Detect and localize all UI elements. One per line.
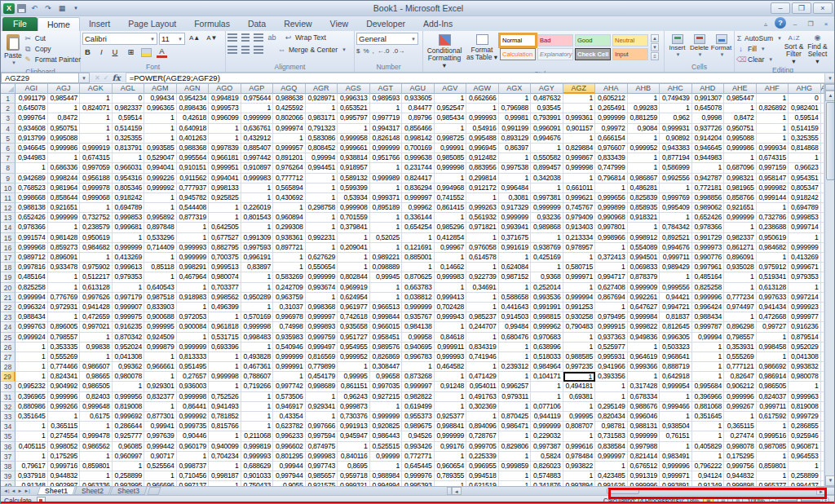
cell[interactable]: 1 bbox=[402, 233, 435, 243]
cell[interactable]: 1 bbox=[144, 352, 177, 362]
sheet-nav-buttons[interactable]: ◄| ◄ ► ►| bbox=[1, 487, 38, 495]
cell[interactable]: 0,640543 bbox=[144, 283, 177, 293]
cell[interactable]: 0,999907 bbox=[113, 303, 145, 312]
cell[interactable]: 0,175295 bbox=[724, 452, 757, 462]
row-header-16[interactable]: 16 bbox=[1, 243, 15, 253]
cell[interactable]: 1 bbox=[144, 124, 177, 134]
cell[interactable]: 0,99727 bbox=[757, 322, 789, 332]
number-format-select[interactable]: General▼ bbox=[356, 33, 418, 45]
cell[interactable]: 0,998815 bbox=[531, 312, 563, 322]
cell[interactable]: 1 bbox=[48, 272, 81, 282]
cell[interactable]: 0,550582 bbox=[531, 153, 563, 163]
cell[interactable]: 0,873268 bbox=[402, 372, 435, 382]
cell[interactable]: 0,94421 bbox=[660, 293, 692, 303]
cell[interactable]: 0,997801 bbox=[595, 223, 628, 232]
cell[interactable]: 0,680476 bbox=[499, 333, 532, 343]
cell[interactable]: 0,993674 bbox=[306, 283, 338, 293]
cell[interactable]: 0,038812 bbox=[402, 293, 435, 303]
cell[interactable]: 0,999908 bbox=[338, 203, 370, 213]
cell[interactable]: 0,371675 bbox=[499, 233, 532, 243]
cell[interactable]: 1 bbox=[80, 134, 113, 144]
cell[interactable]: 1 bbox=[563, 283, 596, 293]
cell[interactable]: 1 bbox=[499, 253, 532, 263]
cell[interactable]: 0,325355 bbox=[789, 134, 821, 144]
cell[interactable]: 0,997179 bbox=[113, 293, 145, 303]
first-sheet-icon[interactable]: ◄| bbox=[3, 489, 10, 493]
cell[interactable]: 0,999226 bbox=[144, 174, 177, 183]
row-header-8[interactable]: 8 bbox=[1, 163, 15, 173]
cell[interactable]: 0,999999 bbox=[402, 303, 435, 312]
cell[interactable]: 0,999853 bbox=[113, 213, 145, 223]
cell[interactable]: 0,999934 bbox=[757, 144, 789, 153]
cell[interactable]: 0,940695 bbox=[402, 343, 435, 352]
cell[interactable]: 1 bbox=[499, 174, 532, 183]
cell[interactable]: 0,796988 bbox=[499, 104, 532, 113]
cell[interactable]: 0,911562 bbox=[177, 174, 210, 183]
cell[interactable]: 0,996046 bbox=[628, 412, 660, 422]
column-header-AHE[interactable]: AHE bbox=[724, 84, 757, 94]
cell[interactable]: 0,910897 bbox=[241, 163, 274, 173]
cell[interactable]: 0,614578 bbox=[466, 253, 499, 263]
cell[interactable]: 0,946645 bbox=[692, 144, 725, 153]
column-header-AGY[interactable]: AGY bbox=[531, 84, 563, 94]
cell[interactable]: 0,941434 bbox=[757, 303, 789, 312]
cell[interactable]: 0,662666 bbox=[466, 94, 499, 104]
cell[interactable]: 0,624084 bbox=[499, 263, 532, 272]
cell[interactable]: 0,802844 bbox=[338, 272, 370, 282]
cell[interactable]: 1 bbox=[48, 223, 81, 232]
cell[interactable]: 0,423485 bbox=[595, 471, 628, 481]
cell[interactable]: 0,999366 bbox=[628, 362, 660, 372]
cell[interactable]: 0,901157 bbox=[563, 124, 596, 134]
cell[interactable]: 0,798557 bbox=[48, 333, 81, 343]
cell[interactable]: 0,772181 bbox=[692, 183, 725, 193]
gallery-more-icon[interactable]: ≡ bbox=[651, 52, 659, 60]
cell[interactable]: 1 bbox=[15, 163, 48, 173]
cell[interactable]: 0,645078 bbox=[15, 104, 48, 113]
cell[interactable]: 0,821414 bbox=[628, 452, 660, 462]
cell[interactable]: 1 bbox=[692, 352, 725, 362]
cell[interactable]: 0,999963 bbox=[789, 392, 821, 402]
cell[interactable]: 0 bbox=[113, 94, 145, 104]
cell[interactable]: 0,975644 bbox=[241, 94, 274, 104]
cell[interactable]: 0,933605 bbox=[402, 94, 435, 104]
cell[interactable]: 0,912172 bbox=[466, 183, 499, 193]
cell[interactable]: 0,991307 bbox=[692, 94, 725, 104]
cell[interactable]: 0,613128 bbox=[757, 283, 789, 293]
cell[interactable]: 0,998689 bbox=[306, 382, 338, 391]
cell[interactable]: 0,999995 bbox=[144, 322, 177, 332]
cell[interactable]: 0,989675 bbox=[402, 422, 435, 431]
cell[interactable]: 0,956188 bbox=[80, 174, 113, 183]
cell[interactable]: 0,425169 bbox=[531, 253, 563, 263]
cell[interactable]: 1 bbox=[499, 471, 532, 481]
cell[interactable]: 0,997666 bbox=[306, 422, 338, 431]
scroll-up-button[interactable]: ▲ bbox=[825, 91, 835, 101]
cell[interactable]: 0,867694 bbox=[595, 293, 628, 303]
cell[interactable]: 0,999999 bbox=[531, 203, 563, 213]
conditional-formatting-button[interactable]: ConditionalFormatting ▾ bbox=[425, 33, 464, 70]
ribbon-tab-home[interactable]: Home bbox=[38, 17, 80, 31]
name-box-dropdown[interactable]: ▼ bbox=[79, 73, 90, 83]
cell[interactable]: 1 bbox=[209, 213, 241, 223]
cell[interactable]: 1 bbox=[241, 412, 274, 422]
cell[interactable]: 0,561932 bbox=[466, 213, 499, 223]
cell[interactable]: 1 bbox=[370, 104, 403, 113]
cell[interactable]: 0,999853 bbox=[789, 213, 821, 223]
cell[interactable]: 1 bbox=[144, 402, 177, 412]
cell[interactable]: 1 bbox=[499, 153, 532, 163]
cell[interactable]: 0,978366 bbox=[692, 223, 725, 232]
cell[interactable]: 0,899457 bbox=[531, 163, 563, 173]
cell[interactable]: 0,994041 bbox=[209, 174, 241, 183]
cell[interactable]: 0,995684 bbox=[692, 382, 725, 391]
cell[interactable]: 1 bbox=[628, 343, 660, 352]
borders-button[interactable]: ⊞ bbox=[125, 46, 136, 58]
row-header-12[interactable]: 12 bbox=[1, 203, 15, 213]
cell[interactable]: 1 bbox=[499, 352, 532, 362]
cell[interactable]: 0,995797 bbox=[338, 113, 370, 123]
cell[interactable]: 1 bbox=[370, 402, 403, 412]
align-middle-icon[interactable] bbox=[241, 33, 250, 42]
cell[interactable]: 0,999999 bbox=[306, 272, 338, 282]
gallery-up-icon[interactable]: ▲ bbox=[651, 34, 659, 42]
cell[interactable]: 1 bbox=[789, 283, 821, 293]
cell[interactable]: 0,779899 bbox=[306, 362, 338, 372]
cell[interactable]: 0,950619 bbox=[757, 233, 789, 243]
